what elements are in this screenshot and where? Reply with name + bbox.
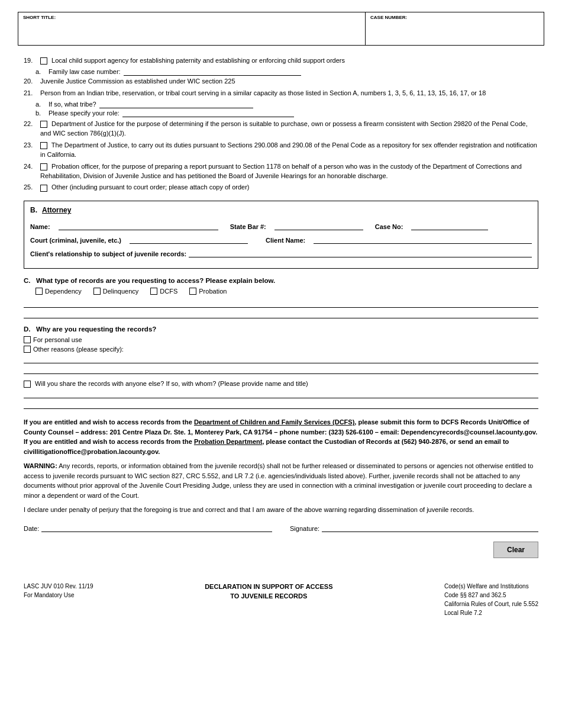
attorney-name-row: Name: State Bar #: Case No:: [30, 223, 532, 230]
short-title-label: SHORT TITLE:: [23, 15, 360, 20]
checkbox-share[interactable]: [24, 381, 31, 388]
item-21: 21. Person from an Indian tribe, reserva…: [24, 89, 538, 98]
checkbox-personal-use[interactable]: [24, 336, 31, 343]
case-no-field[interactable]: [411, 223, 488, 230]
record-type-probation: Probation: [189, 288, 227, 295]
share-question-row: Will you share the records with anyone e…: [24, 380, 538, 388]
role-field[interactable]: [122, 109, 294, 117]
checkbox-probation[interactable]: [189, 288, 196, 295]
item-19: 19. Local child support agency for estab…: [24, 56, 538, 66]
checkbox-dependency[interactable]: [35, 288, 43, 295]
section-c-line2: [24, 310, 538, 318]
client-name-field[interactable]: [314, 236, 532, 244]
signature-row: Date: Signature:: [24, 524, 538, 532]
checkbox-25[interactable]: [40, 185, 47, 192]
section-d-share-line2: [24, 401, 538, 409]
checkbox-19[interactable]: [40, 57, 47, 65]
item-21b: b. Please specify your role:: [35, 109, 538, 117]
family-law-number-field[interactable]: [124, 68, 301, 76]
footer-left: LASC JUV 010 Rev. 11/19 For Mandatory Us…: [24, 582, 93, 617]
relationship-field[interactable]: [189, 250, 532, 257]
info-declaration: I declare under penalty of perjury that …: [24, 505, 538, 515]
checkbox-delinquency[interactable]: [93, 288, 101, 295]
state-bar-field[interactable]: [274, 223, 363, 230]
signature-section: Date: Signature: Clear: [24, 524, 538, 558]
checkbox-23[interactable]: [40, 142, 47, 149]
item-22: 22. Department of Justice for the purpos…: [24, 120, 538, 138]
attorney-relationship-row: Client's relationship to subject of juve…: [30, 250, 532, 257]
date-field: Date:: [24, 524, 272, 532]
section-d-share-line1: [24, 390, 538, 398]
footer-center: DECLARATION IN SUPPORT OF ACCESS TO JUVE…: [205, 582, 332, 617]
checkbox-dcfs[interactable]: [150, 288, 157, 295]
case-number-box: CASE NUMBER:: [366, 12, 544, 45]
section-d-line2: [24, 366, 538, 374]
section-d-line1: [24, 355, 538, 363]
signature-line[interactable]: [322, 524, 538, 532]
attorney-court-row: Court (criminal, juvenile, etc.) Client …: [30, 236, 532, 244]
footer-right: Code(s) Welfare and Institutions Code §§…: [444, 582, 538, 617]
record-type-delinquency: Delinquency: [93, 288, 139, 295]
info-block: If you are entitled and wish to access r…: [24, 417, 538, 515]
section-c-line1: [24, 299, 538, 308]
court-field[interactable]: [130, 236, 248, 244]
option-other-reasons: Other reasons (please specify):: [24, 346, 538, 353]
info-warning: WARNING: Any records, reports, or inform…: [24, 461, 538, 500]
item-20: 20. Juvenile Justice Commission as estab…: [24, 77, 538, 86]
item-19a: a. Family law case number:: [35, 68, 538, 76]
clear-button[interactable]: Clear: [493, 542, 538, 558]
info-para1: If you are entitled and wish to access r…: [24, 417, 538, 456]
header-boxes: SHORT TITLE: CASE NUMBER:: [18, 12, 544, 46]
main-content: 19. Local child support agency for estab…: [18, 56, 544, 617]
record-type-dependency: Dependency: [35, 288, 82, 295]
checkbox-24[interactable]: [40, 163, 47, 170]
option-personal-use: For personal use: [24, 336, 538, 343]
footer: LASC JUV 010 Rev. 11/19 For Mandatory Us…: [24, 576, 538, 617]
section-c: C. What type of records are you requesti…: [24, 277, 538, 318]
section-b: B. Attorney Name: State Bar #: Case No: …: [24, 201, 538, 269]
checkbox-22[interactable]: [40, 121, 47, 128]
date-line[interactable]: [41, 524, 272, 532]
short-title-box: SHORT TITLE:: [18, 12, 366, 45]
section-d: D. Why are you requesting the records? F…: [24, 326, 538, 409]
item-24: 24. Probation officer, for the purpose o…: [24, 162, 538, 181]
case-number-label: CASE NUMBER:: [370, 15, 539, 20]
signature-field: Signature:: [290, 524, 538, 532]
item-23: 23. The Department of Justice, to carry …: [24, 141, 538, 160]
checkbox-other-reasons[interactable]: [24, 346, 31, 353]
record-types: Dependency Delinquency DCFS Probation: [35, 288, 538, 295]
tribe-field[interactable]: [99, 101, 253, 108]
attorney-name-field[interactable]: [59, 223, 218, 230]
record-type-dcfs: DCFS: [150, 288, 177, 295]
item-21a: a. If so, what tribe?: [35, 101, 538, 108]
item-25: 25. Other (including pursuant to court o…: [24, 183, 538, 192]
